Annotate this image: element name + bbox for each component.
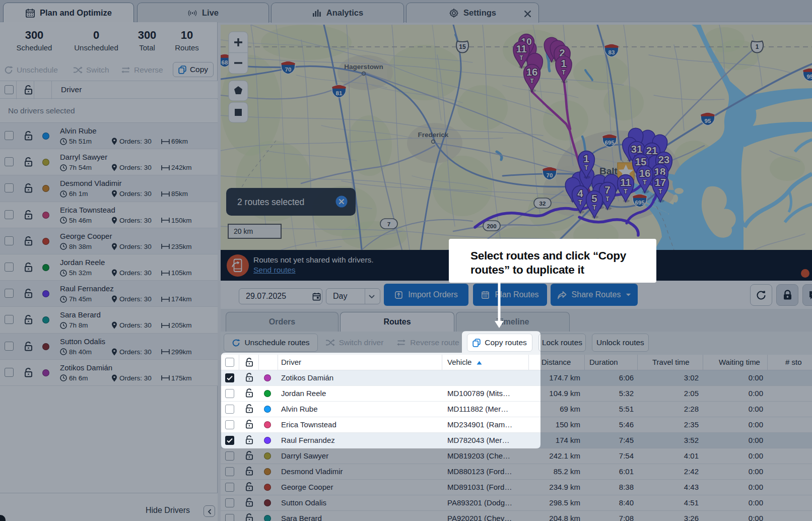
- svg-text:95: 95: [807, 74, 812, 80]
- svg-text:31: 31: [631, 144, 643, 155]
- svg-text:11: 11: [620, 177, 631, 188]
- svg-text:17: 17: [655, 177, 666, 188]
- svg-text:70: 70: [285, 67, 292, 73]
- svg-text:Hagerstown: Hagerstown: [344, 63, 383, 71]
- svg-text:16: 16: [526, 67, 538, 78]
- svg-text:81: 81: [336, 90, 343, 96]
- svg-text:200: 200: [487, 223, 496, 229]
- svg-text:T: T: [562, 69, 566, 76]
- svg-text:1: 1: [756, 43, 759, 50]
- svg-text:7: 7: [387, 221, 390, 227]
- svg-text:T: T: [605, 196, 610, 203]
- svg-text:2 routes selected: 2 routes selected: [237, 197, 304, 207]
- svg-text:1: 1: [561, 58, 566, 69]
- svg-text:15: 15: [459, 43, 466, 50]
- svg-text:16: 16: [639, 168, 651, 179]
- svg-text:68: 68: [222, 59, 228, 66]
- svg-text:T: T: [530, 78, 534, 85]
- svg-text:83: 83: [608, 49, 615, 55]
- svg-text:95: 95: [705, 118, 711, 124]
- svg-text:70: 70: [547, 172, 553, 178]
- svg-text:1: 1: [583, 153, 589, 164]
- svg-text:Frederick: Frederick: [418, 131, 449, 139]
- svg-text:11: 11: [516, 43, 526, 54]
- svg-text:T: T: [624, 188, 628, 195]
- svg-text:T: T: [578, 199, 582, 206]
- svg-text:21: 21: [646, 145, 658, 156]
- svg-text:T: T: [592, 204, 596, 211]
- svg-text:32: 32: [539, 201, 546, 207]
- svg-text:T: T: [519, 54, 523, 61]
- svg-text:695: 695: [635, 200, 645, 206]
- svg-text:T: T: [658, 188, 662, 195]
- svg-text:5: 5: [591, 193, 597, 204]
- svg-text:695: 695: [604, 140, 615, 146]
- svg-text:4: 4: [577, 188, 583, 199]
- svg-text:T: T: [584, 164, 588, 171]
- svg-text:T: T: [643, 179, 647, 186]
- svg-text:7: 7: [604, 184, 610, 196]
- svg-text:20 km: 20 km: [234, 227, 253, 235]
